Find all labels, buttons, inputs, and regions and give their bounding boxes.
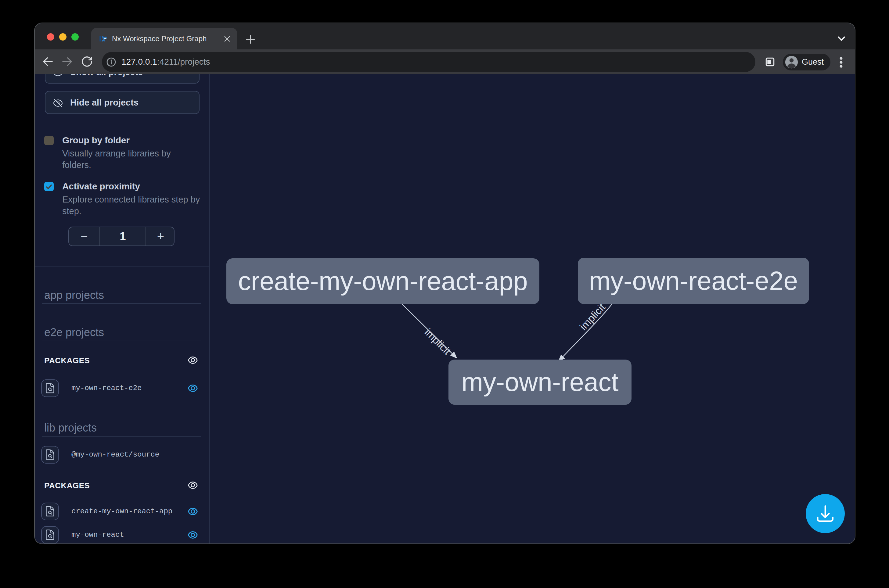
svg-text:implicit: implicit xyxy=(422,326,454,357)
svg-text:implicit: implicit xyxy=(577,302,607,332)
